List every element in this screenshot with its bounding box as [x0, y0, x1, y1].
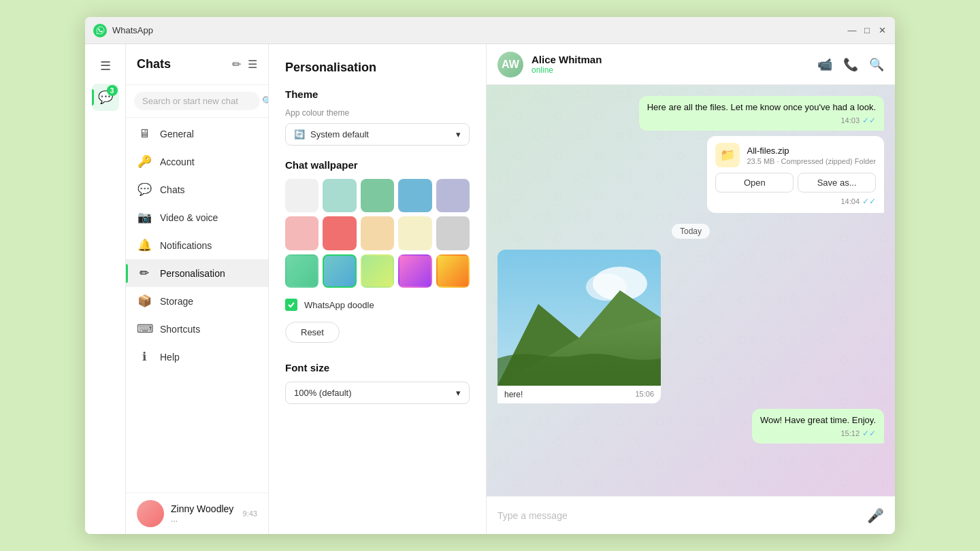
- nav-item-help[interactable]: ℹ Help: [126, 343, 268, 371]
- message-meta-4: 15:12 ✓✓: [760, 429, 876, 438]
- chat-header: AW Alice Whitman online 📹 📞 🔍: [487, 44, 895, 85]
- theme-dropdown-value: System default: [310, 129, 369, 139]
- font-size-chevron: ▾: [456, 388, 461, 398]
- shortcuts-icon: ⌨: [137, 322, 152, 336]
- message-text-1: Here are all the files. Let me know once…: [647, 101, 876, 114]
- personalisation-label: Personalisation: [160, 268, 225, 279]
- date-divider: Today: [497, 224, 884, 239]
- search-chat-button[interactable]: 🔍: [869, 57, 884, 72]
- message-time-4: 15:12: [840, 429, 860, 437]
- message-row-1: Here are all the files. Let me know once…: [497, 96, 884, 131]
- wallpaper-swatch-12[interactable]: [323, 254, 356, 288]
- zinny-preview: ...: [171, 514, 236, 524]
- personalisation-active-indicator: [126, 264, 128, 283]
- message-bubble-1: Here are all the files. Let me know once…: [639, 96, 884, 131]
- wallpaper-swatch-8[interactable]: [361, 216, 394, 250]
- chats-icon-button[interactable]: 💬 3: [92, 84, 119, 111]
- wallpaper-swatch-3[interactable]: [361, 179, 394, 212]
- close-button[interactable]: ✕: [877, 26, 887, 35]
- search-icon: 🔍: [262, 96, 269, 106]
- zinny-time: 9:43: [243, 510, 257, 518]
- open-file-button[interactable]: Open: [715, 173, 794, 193]
- notifications-label: Notifications: [160, 240, 212, 251]
- search-bar: 🔍: [126, 85, 268, 118]
- font-size-section: Font size 100% (default) ▾: [285, 362, 470, 404]
- wallpaper-swatch-5[interactable]: [436, 179, 470, 212]
- nav-item-storage[interactable]: 📦 Storage: [126, 287, 268, 315]
- account-icon: 🔑: [137, 154, 152, 169]
- file-message: 📁 All-files.zip 23.5 MB · Compressed (zi…: [707, 136, 884, 213]
- chats-badge: 3: [107, 85, 118, 96]
- file-message-time: 14:04: [840, 197, 860, 205]
- nav-item-chats[interactable]: 💬 Chats: [126, 176, 268, 203]
- file-info: All-files.zip 23.5 MB · Compressed (zipp…: [747, 146, 876, 165]
- message-row-4: Wow! Have great time. Enjoy. 15:12 ✓✓: [497, 409, 884, 444]
- font-size-title: Font size: [285, 362, 470, 373]
- wallpaper-swatch-10[interactable]: [436, 216, 470, 250]
- wallpaper-swatch-1[interactable]: [285, 179, 318, 212]
- video-call-button[interactable]: 📹: [817, 57, 832, 72]
- wallpaper-swatch-6[interactable]: [285, 216, 318, 250]
- chat-area: AW Alice Whitman online 📹 📞 🔍 Here are: [487, 44, 895, 534]
- font-size-dropdown[interactable]: 100% (default) ▾: [285, 382, 470, 404]
- maximize-button[interactable]: □: [862, 26, 872, 35]
- message-input[interactable]: [497, 510, 859, 521]
- wallpaper-swatch-4[interactable]: [398, 179, 431, 212]
- messages-area[interactable]: Here are all the files. Let me know once…: [487, 85, 895, 496]
- wallpaper-swatch-15[interactable]: [436, 254, 470, 288]
- nav-item-account[interactable]: 🔑 Account: [126, 148, 268, 176]
- main-content: ☰ 💬 3 Chats ✏ ☰ 🔍: [85, 44, 895, 534]
- chat-list-item-zinny[interactable]: Zinny Woodley ... 9:43: [126, 492, 268, 534]
- app-window: WhatsApp — □ ✕ ☰ 💬 3 Chats ✏: [85, 17, 895, 534]
- font-size-value: 100% (default): [294, 388, 352, 398]
- chats-nav-icon: 💬: [137, 182, 152, 197]
- file-name: All-files.zip: [747, 146, 876, 156]
- personalisation-panel: Personalisation Theme App colour theme 🔄…: [269, 44, 487, 534]
- active-indicator: [92, 89, 94, 105]
- chat-header-avatar: AW: [497, 52, 523, 78]
- nav-item-video-voice[interactable]: 📷 Video & voice: [126, 203, 268, 231]
- message-bubble-4: Wow! Have great time. Enjoy. 15:12 ✓✓: [752, 409, 884, 444]
- save-file-button[interactable]: Save as...: [798, 173, 876, 193]
- theme-section-title: Theme: [285, 88, 470, 100]
- avatar-initials: AW: [502, 59, 519, 71]
- search-input[interactable]: [142, 96, 257, 106]
- wallpaper-swatch-9[interactable]: [398, 216, 431, 250]
- reset-btn-wrap: Reset: [285, 322, 470, 356]
- storage-label: Storage: [160, 296, 193, 307]
- wallpaper-swatch-11[interactable]: [285, 254, 318, 288]
- message-row-2: 📁 All-files.zip 23.5 MB · Compressed (zi…: [497, 136, 884, 213]
- search-input-wrap: 🔍: [134, 92, 260, 110]
- whatsapp-logo: [93, 24, 107, 37]
- icon-sidebar: ☰ 💬 3: [85, 44, 126, 534]
- wallpaper-swatch-14[interactable]: [398, 254, 431, 288]
- nav-item-personalisation[interactable]: ✏ Personalisation: [126, 259, 268, 287]
- file-bubble: 📁 All-files.zip 23.5 MB · Compressed (zi…: [707, 136, 884, 213]
- minimize-button[interactable]: —: [847, 26, 857, 35]
- new-chat-button[interactable]: ✏: [232, 58, 241, 71]
- image-placeholder: [497, 250, 661, 386]
- mic-button[interactable]: 🎤: [867, 507, 884, 524]
- message-meta-1: 14:03 ✓✓: [647, 116, 876, 125]
- zinny-avatar: [137, 500, 164, 527]
- wallpaper-swatch-7[interactable]: [323, 216, 356, 250]
- chats-panel-title: Chats: [137, 57, 232, 71]
- reset-button[interactable]: Reset: [285, 322, 340, 343]
- message-ticks-1: ✓✓: [862, 116, 876, 125]
- chat-header-actions: 📹 📞 🔍: [817, 57, 884, 72]
- theme-dropdown[interactable]: 🔄 System default ▾: [285, 123, 470, 146]
- menu-button[interactable]: ☰: [248, 58, 257, 71]
- doodle-checkbox[interactable]: [285, 299, 297, 311]
- image-bubble: here! 15:06: [497, 250, 661, 403]
- voice-call-button[interactable]: 📞: [843, 57, 858, 72]
- nav-item-notifications[interactable]: 🔔 Notifications: [126, 231, 268, 259]
- nav-item-general[interactable]: 🖥 General: [126, 120, 268, 148]
- nav-item-shortcuts[interactable]: ⌨ Shortcuts: [126, 315, 268, 343]
- video-voice-label: Video & voice: [160, 212, 218, 223]
- hamburger-menu-button[interactable]: ☰: [92, 52, 119, 80]
- title-bar: WhatsApp — □ ✕: [85, 17, 895, 44]
- notifications-icon: 🔔: [137, 238, 152, 252]
- wallpaper-swatch-13[interactable]: [361, 254, 394, 288]
- wallpaper-swatch-2[interactable]: [323, 179, 356, 212]
- date-pill: Today: [672, 224, 710, 239]
